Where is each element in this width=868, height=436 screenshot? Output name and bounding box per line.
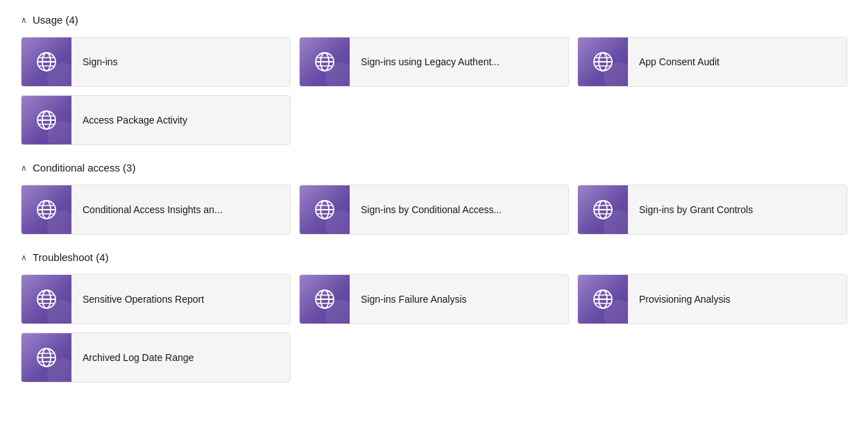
item-label-sign-ins-by-grant-controls: Sign-ins by Grant Controls bbox=[628, 204, 846, 215]
item-card-sign-ins-failure-analysis[interactable]: Sign-ins Failure Analysis bbox=[299, 274, 569, 324]
item-card-sensitive-operations-report[interactable]: Sensitive Operations Report bbox=[21, 274, 291, 324]
section-grid-usage: Sign-ins Sign-ins using Legacy Authent..… bbox=[21, 37, 847, 145]
item-icon-conditional-access-insights bbox=[22, 185, 71, 235]
item-card-sign-ins-by-conditional-access[interactable]: Sign-ins by Conditional Access... bbox=[299, 185, 569, 235]
item-card-sign-ins[interactable]: Sign-ins bbox=[21, 37, 291, 87]
item-card-app-consent-audit[interactable]: App Consent Audit bbox=[577, 37, 847, 87]
section-label: Troubleshoot (4) bbox=[33, 251, 109, 263]
section-conditional-access: ∧ Conditional access (3) Conditional Acc… bbox=[21, 162, 847, 235]
chevron-up-icon: ∧ bbox=[21, 163, 27, 173]
chevron-up-icon: ∧ bbox=[21, 253, 27, 262]
item-icon-access-package-activity bbox=[22, 95, 71, 145]
section-header-conditional-access[interactable]: ∧ Conditional access (3) bbox=[21, 162, 847, 174]
item-card-conditional-access-insights[interactable]: Conditional Access Insights an... bbox=[21, 185, 291, 235]
item-icon-app-consent-audit bbox=[578, 37, 628, 87]
item-icon-sign-ins-legacy bbox=[300, 37, 350, 87]
section-header-troubleshoot[interactable]: ∧ Troubleshoot (4) bbox=[21, 251, 847, 263]
section-header-usage[interactable]: ∧ Usage (4) bbox=[21, 14, 847, 26]
item-icon-archived-log-date-range bbox=[22, 333, 71, 383]
item-icon-provisioning-analysis bbox=[578, 274, 628, 324]
item-icon-sign-ins bbox=[22, 37, 71, 87]
section-grid-troubleshoot: Sensitive Operations Report Sign-ins Fai… bbox=[21, 274, 847, 383]
chevron-up-icon: ∧ bbox=[21, 15, 27, 25]
app-container: ∧ Usage (4) Sign-ins Sign-ins using Lega… bbox=[21, 14, 847, 383]
item-icon-sensitive-operations-report bbox=[22, 274, 71, 324]
item-label-provisioning-analysis: Provisioning Analysis bbox=[628, 294, 846, 305]
section-grid-conditional-access: Conditional Access Insights an... Sign-i… bbox=[21, 185, 847, 235]
item-icon-sign-ins-by-conditional-access bbox=[300, 185, 350, 235]
item-card-archived-log-date-range[interactable]: Archived Log Date Range bbox=[21, 333, 291, 383]
item-card-access-package-activity[interactable]: Access Package Activity bbox=[21, 95, 291, 145]
item-label-sign-ins-legacy: Sign-ins using Legacy Authent... bbox=[350, 56, 568, 67]
item-label-sign-ins-by-conditional-access: Sign-ins by Conditional Access... bbox=[350, 204, 568, 215]
item-label-sign-ins-failure-analysis: Sign-ins Failure Analysis bbox=[350, 294, 568, 305]
item-label-conditional-access-insights: Conditional Access Insights an... bbox=[71, 204, 290, 215]
item-label-app-consent-audit: App Consent Audit bbox=[628, 56, 846, 67]
item-label-sensitive-operations-report: Sensitive Operations Report bbox=[71, 294, 290, 305]
item-label-archived-log-date-range: Archived Log Date Range bbox=[71, 352, 290, 363]
item-icon-sign-ins-failure-analysis bbox=[300, 274, 350, 324]
item-card-provisioning-analysis[interactable]: Provisioning Analysis bbox=[577, 274, 847, 324]
item-icon-sign-ins-by-grant-controls bbox=[578, 185, 628, 235]
section-label: Usage (4) bbox=[33, 14, 78, 26]
item-card-sign-ins-legacy[interactable]: Sign-ins using Legacy Authent... bbox=[299, 37, 569, 87]
item-card-sign-ins-by-grant-controls[interactable]: Sign-ins by Grant Controls bbox=[577, 185, 847, 235]
section-label: Conditional access (3) bbox=[33, 162, 135, 174]
section-troubleshoot: ∧ Troubleshoot (4) Sensitive Operations … bbox=[21, 251, 847, 383]
section-usage: ∧ Usage (4) Sign-ins Sign-ins using Lega… bbox=[21, 14, 847, 145]
item-label-sign-ins: Sign-ins bbox=[71, 56, 290, 67]
item-label-access-package-activity: Access Package Activity bbox=[71, 115, 290, 126]
